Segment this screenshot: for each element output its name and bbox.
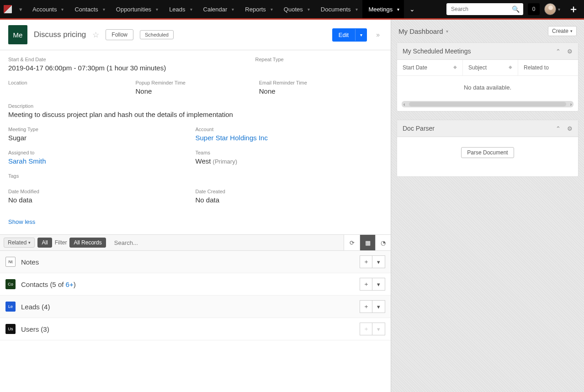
related-panel-notes: NtNotes＋▾: [0, 251, 391, 273]
field-label-date-created: Date Created: [196, 189, 374, 194]
dashlet-horizontal-scrollbar[interactable]: ‹ ›: [402, 101, 573, 107]
nav-item-accounts[interactable]: Accounts▾: [26, 0, 68, 18]
module-mini-badge: Le: [5, 302, 16, 312]
nav-item-reports[interactable]: Reports▾: [239, 0, 277, 18]
nav-item-opportunities[interactable]: Opportunities▾: [110, 0, 163, 18]
field-value-description: Meeting to discuss project plan and hash…: [8, 111, 373, 118]
scroll-left-icon[interactable]: ‹: [403, 102, 405, 107]
related-dropdown[interactable]: Related▾: [4, 238, 35, 248]
dashlet-doc-parser: Doc Parser ⌃ ⚙ Parse Document: [397, 120, 579, 177]
nav-item-documents[interactable]: Documents▾: [314, 0, 362, 18]
field-label-start-end: Start & End Date: [8, 57, 246, 62]
related-panel-title[interactable]: Users (3): [21, 325, 49, 333]
related-search-input[interactable]: [114, 239, 339, 246]
record-header: Me Discuss pricing ☆ Follow Scheduled Ed…: [0, 20, 391, 50]
field-label-date-modified: Date Modified: [8, 189, 186, 194]
field-label-location: Location: [8, 80, 126, 85]
related-add-button[interactable]: ＋: [360, 278, 372, 291]
related-actions-caret[interactable]: ▾: [372, 278, 385, 291]
favorite-star-icon[interactable]: ☆: [92, 30, 99, 40]
show-less-toggle[interactable]: Show less: [8, 218, 35, 225]
chevron-down-icon: ▾: [190, 7, 192, 12]
sort-icon[interactable]: ◆: [453, 64, 457, 69]
related-add-button[interactable]: ＋: [360, 300, 372, 313]
nav-item-meetings[interactable]: Meetings▾: [362, 0, 404, 18]
nav-item-contacts[interactable]: Contacts▾: [68, 0, 109, 18]
filter-all-records-pill[interactable]: All Records: [69, 238, 106, 248]
filter-label: Filter: [55, 239, 67, 246]
sort-icon[interactable]: ◆: [509, 64, 512, 69]
notification-counter[interactable]: 0: [528, 3, 540, 15]
dashboard-title[interactable]: My Dashboard: [398, 27, 443, 35]
column-related-to[interactable]: Related to: [518, 60, 578, 76]
dashlet-title: Doc Parser: [403, 125, 435, 132]
refresh-icon[interactable]: ⟳: [344, 235, 360, 250]
edit-dropdown-caret[interactable]: ▾: [355, 29, 367, 41]
collapse-sidepane-icon[interactable]: »: [373, 31, 382, 38]
dashboard-header: My Dashboard ▾ Create▾: [391, 20, 584, 42]
logo-menu-caret[interactable]: ▾: [16, 0, 26, 18]
field-label-popup: Popup Reminder Time: [135, 80, 250, 85]
user-menu[interactable]: ▾: [544, 3, 560, 15]
grid-view-icon[interactable]: ▦: [360, 235, 375, 250]
related-panel-title[interactable]: Leads (4): [21, 303, 50, 311]
quick-create-button[interactable]: ＋: [563, 2, 584, 16]
chevron-down-icon: ▾: [232, 7, 234, 12]
nav-item-quotes[interactable]: Quotes▾: [277, 0, 314, 18]
field-label-repeat: Repeat Type: [255, 57, 373, 62]
top-navbar: ▾ Accounts▾Contacts▾Opportunities▾Leads▾…: [0, 0, 584, 18]
field-value-start-end: 2019-04-17 06:00pm - 07:30pm (1 hour 30 …: [8, 64, 246, 72]
column-start-date[interactable]: Start Date◆: [397, 60, 463, 76]
chevron-down-icon: ▾: [103, 7, 105, 12]
status-badge-button[interactable]: Scheduled: [140, 30, 174, 39]
record-view: Me Discuss pricing ☆ Follow Scheduled Ed…: [0, 20, 391, 392]
record-title: Discuss pricing: [34, 30, 86, 39]
no-data-message: No data available.: [397, 76, 578, 99]
nav-item-leads[interactable]: Leads▾: [163, 0, 196, 18]
assigned-user-link[interactable]: Sarah Smith: [8, 157, 46, 165]
dashboard-menu-caret[interactable]: ▾: [446, 29, 448, 34]
scroll-right-icon[interactable]: ›: [570, 102, 572, 107]
field-value-date-modified: No data: [8, 196, 186, 204]
module-badge: Me: [8, 25, 27, 44]
chevron-down-icon: ▾: [397, 7, 399, 12]
related-panel-title[interactable]: Contacts (5 of 6+): [21, 281, 76, 288]
related-panel-leads: LeLeads (4)＋▾: [0, 296, 391, 318]
nav-overflow-button[interactable]: ⌄: [404, 5, 420, 13]
field-label-teams: Teams: [196, 150, 374, 155]
related-add-button[interactable]: ＋: [360, 255, 372, 268]
search-icon[interactable]: 🔍: [512, 5, 520, 13]
parse-document-button[interactable]: Parse Document: [461, 147, 514, 158]
chevron-down-icon: ▾: [156, 7, 158, 12]
related-actions-caret[interactable]: ▾: [372, 300, 385, 313]
dashlet-settings-icon[interactable]: ⚙: [567, 48, 573, 55]
column-subject[interactable]: Subject◆: [463, 60, 518, 76]
account-link[interactable]: Super Star Holdings Inc: [196, 134, 268, 142]
follow-button[interactable]: Follow: [106, 29, 133, 40]
related-toolbar-icons: ⟳ ▦ ◔: [344, 235, 391, 250]
field-value-meeting-type: Sugar: [8, 134, 186, 142]
dashlet-title: My Scheduled Meetings: [403, 48, 471, 55]
field-label-tags: Tags: [8, 173, 373, 179]
module-mini-badge: Co: [5, 279, 16, 289]
related-actions-caret[interactable]: ▾: [372, 255, 385, 268]
chevron-down-icon: ▾: [308, 7, 310, 12]
dashboard-create-button[interactable]: Create▾: [548, 26, 577, 36]
nav-item-calendar[interactable]: Calendar▾: [197, 0, 239, 18]
dashlet-settings-icon[interactable]: ⚙: [567, 125, 573, 132]
field-value-popup: None: [135, 87, 250, 95]
app-logo[interactable]: [0, 0, 16, 18]
related-panel-title[interactable]: Notes: [21, 258, 39, 266]
related-actions-caret: ▾: [372, 323, 385, 335]
activity-stream-icon[interactable]: ◔: [375, 235, 391, 250]
collapse-dashlet-icon[interactable]: ⌃: [556, 48, 561, 55]
related-panel-contacts: CoContacts (5 of 6+)＋▾: [0, 273, 391, 296]
field-value-date-created: No data: [196, 196, 374, 204]
chevron-down-icon: ▾: [61, 7, 64, 12]
field-value-teams: West (Primary): [196, 157, 374, 165]
nav-module-list: Accounts▾Contacts▾Opportunities▾Leads▾Ca…: [26, 0, 404, 18]
module-mini-badge: Nt: [5, 257, 16, 267]
edit-button[interactable]: Edit ▾: [332, 28, 367, 42]
related-all-pill[interactable]: All: [37, 238, 52, 248]
collapse-dashlet-icon[interactable]: ⌃: [556, 125, 561, 132]
